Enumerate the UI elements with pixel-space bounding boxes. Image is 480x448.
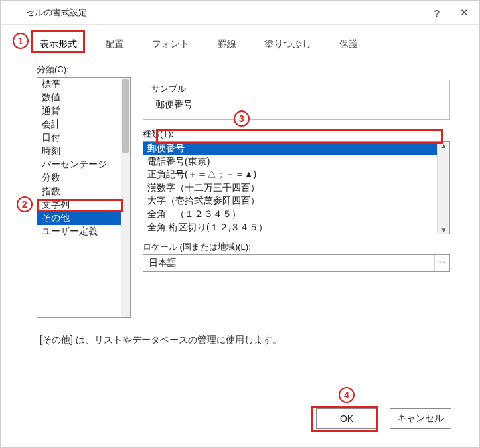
sample-label: サンプル <box>150 83 187 95</box>
help-icon[interactable]: ? <box>426 3 449 22</box>
tab-strip: 表示形式 配置 フォント 罫線 塗りつぶし 保護 <box>1 25 479 54</box>
category-item[interactable]: 標準 <box>37 78 121 91</box>
category-item[interactable]: その他 <box>37 212 121 225</box>
category-item[interactable]: 日付 <box>37 131 121 145</box>
annotation-callout-2: 2 <box>17 196 33 212</box>
type-item[interactable]: 大字（壱拾弐萬参阡四百） <box>143 194 437 208</box>
annotation-callout-1: 1 <box>13 33 29 49</box>
cancel-button[interactable]: キャンセル <box>390 408 451 429</box>
type-item[interactable]: 全角 （１２３４５） <box>143 208 437 221</box>
type-scrollbar[interactable]: ▲ ▼ <box>437 142 449 234</box>
sample-group: サンプル 郵便番号 <box>143 80 450 120</box>
right-panel: サンプル 郵便番号 種類(T): 郵便番号電話番号(東京)正負記号(＋＝△；－＝… <box>143 77 450 318</box>
title-bar-controls: ? ✕ <box>426 1 475 25</box>
scrollbar-track[interactable] <box>121 78 130 317</box>
description-text: [その他] は、リストやデータベースの管理に使用します。 <box>39 334 282 346</box>
tab-protect[interactable]: 保護 <box>331 34 366 54</box>
scrollbar-thumb[interactable] <box>122 79 129 153</box>
title-bar: セルの書式設定 ? ✕ <box>1 1 479 25</box>
tab-font[interactable]: フォント <box>144 34 197 54</box>
locale-select[interactable]: 日本語 ﹀ <box>143 254 450 272</box>
type-item[interactable]: 正負記号(＋＝△；－＝▲) <box>143 168 437 181</box>
tab-body: 分類(C): 標準数値通貨会計日付時刻パーセンテージ分数指数文字列その他ユーザー… <box>1 54 479 318</box>
tab-fill[interactable]: 塗りつぶし <box>256 34 319 54</box>
category-item[interactable]: 分数 <box>37 171 121 185</box>
sample-value: 郵便番号 <box>151 98 443 111</box>
tab-align[interactable]: 配置 <box>97 34 132 54</box>
type-item[interactable]: 電話番号(東京) <box>143 155 437 169</box>
type-item[interactable]: 漢数字（十二万三千四百） <box>143 181 437 195</box>
category-item[interactable]: 指数 <box>37 185 121 198</box>
category-item[interactable]: 時刻 <box>37 145 121 158</box>
tab-format[interactable]: 表示形式 <box>31 34 85 54</box>
category-item[interactable]: 会計 <box>37 118 121 131</box>
annotation-callout-4: 4 <box>339 387 355 403</box>
scroll-up-icon[interactable]: ▲ <box>441 142 447 149</box>
chevron-down-icon[interactable]: ﹀ <box>434 255 449 271</box>
category-label: 分類(C): <box>37 64 450 76</box>
ok-button[interactable]: OK <box>316 408 378 429</box>
dialog-buttons: OK キャンセル <box>316 408 451 429</box>
tab-border[interactable]: 罫線 <box>210 34 244 54</box>
close-icon[interactable]: ✕ <box>453 3 475 22</box>
window-title: セルの書式設定 <box>7 7 87 19</box>
scroll-down-icon[interactable]: ▼ <box>441 226 447 234</box>
type-item[interactable]: 郵便番号 <box>143 142 437 155</box>
locale-value: 日本語 <box>143 255 434 271</box>
category-listbox[interactable]: 標準数値通貨会計日付時刻パーセンテージ分数指数文字列その他ユーザー定義 <box>37 77 131 318</box>
type-label: 種類(T): <box>143 128 450 140</box>
category-item[interactable]: パーセンテージ <box>37 158 121 171</box>
category-item[interactable]: ユーザー定義 <box>37 225 121 238</box>
format-cells-dialog: セルの書式設定 ? ✕ 表示形式 配置 フォント 罫線 塗りつぶし 保護 分類(… <box>0 0 480 448</box>
annotation-callout-3: 3 <box>234 110 250 127</box>
type-list-inner: 郵便番号電話番号(東京)正負記号(＋＝△；－＝▲)漢数字（十二万三千四百）大字（… <box>143 142 437 234</box>
locale-label: ロケール (国または地域)(L): <box>143 241 450 253</box>
type-item[interactable]: 全角 桁区切り(１２,３４５） <box>143 221 437 234</box>
category-item[interactable]: 通貨 <box>37 104 121 118</box>
category-item[interactable]: 数値 <box>37 91 121 104</box>
type-listbox[interactable]: 郵便番号電話番号(東京)正負記号(＋＝△；－＝▲)漢数字（十二万三千四百）大字（… <box>143 141 450 234</box>
category-item[interactable]: 文字列 <box>37 198 121 212</box>
